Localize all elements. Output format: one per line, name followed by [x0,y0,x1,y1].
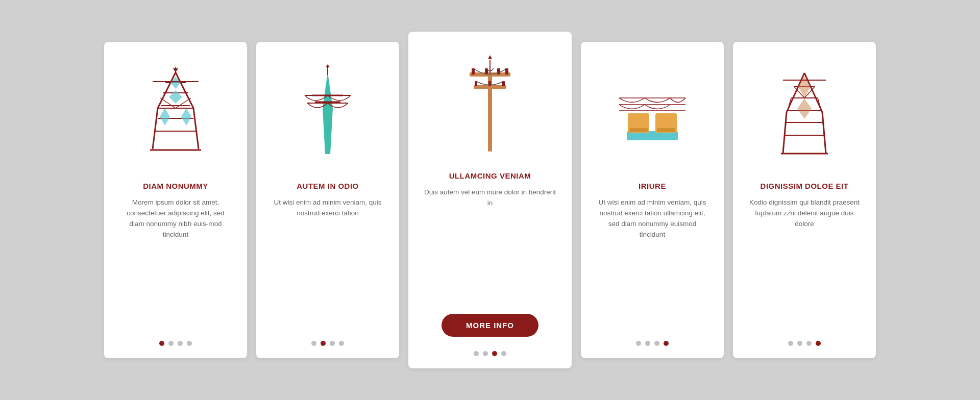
card-3-dots [474,351,506,356]
card-3-icon-area [423,47,557,159]
svg-line-2 [153,108,158,149]
card-3-text: Duis autem vel eum iriure dolor in hendr… [423,187,557,306]
card-5-text: Kodio dignissim qui blandit praesent lup… [747,197,862,331]
svg-rect-35 [488,81,491,86]
card-1-text: Morem ipsum dolor sit amet, consectetuer… [118,197,233,331]
dot-3-3[interactable] [492,351,497,356]
card-2-text: Ut wisi enim ad minim veniam, quis nostr… [271,197,385,331]
svg-rect-32 [497,68,500,74]
tower-small-icon [779,69,830,158]
card-2-icon-area [271,57,385,169]
dot-3-4[interactable] [501,351,506,356]
svg-rect-47 [657,128,675,132]
dot-1-1[interactable] [159,341,164,346]
card-4-text: Ut wisi enim ad minim veniam, quis nostr… [595,197,709,331]
dot-4-3[interactable] [654,341,659,346]
svg-rect-45 [657,115,675,120]
tower-tapered-icon [302,67,353,159]
dot-3-1[interactable] [474,351,479,356]
card-2-title: AUTEM IN ODIO [297,182,359,190]
card-3-title: ULLAMCING VENIAM [449,171,531,180]
svg-marker-67 [797,98,812,119]
svg-marker-20 [323,72,333,154]
utility-pole-icon [464,52,516,154]
dot-5-1[interactable] [788,341,793,346]
dot-3-2[interactable] [483,351,488,356]
dot-4-2[interactable] [645,341,650,346]
more-info-button[interactable]: MORE INFO [442,314,538,337]
svg-marker-12 [181,108,191,126]
card-1-icon-area [118,57,233,169]
svg-marker-66 [798,76,811,97]
dot-2-1[interactable] [311,341,316,346]
svg-rect-42 [629,121,648,127]
card-4-dots [636,341,669,346]
dot-5-4[interactable] [816,341,821,346]
svg-rect-41 [629,115,648,120]
svg-marker-38 [488,55,492,59]
card-1-title: DIAM NONUMMY [143,182,208,190]
svg-line-0 [158,72,176,108]
svg-line-1 [176,72,193,108]
card-3: ULLAMCING VENIAM Duis autem vel eum iriu… [408,32,572,368]
card-5-icon-area [747,57,862,169]
dot-4-1[interactable] [636,341,641,346]
svg-marker-7 [169,90,182,104]
card-5-dots [788,341,821,346]
card-2: AUTEM IN ODIO Ut wisi enim ad minim veni… [256,42,399,358]
dot-1-3[interactable] [178,341,183,346]
svg-marker-11 [160,108,170,126]
card-2-dots [311,341,344,346]
card-5-title: DIGNISSIM DOLOE EIT [761,182,849,190]
cards-container: DIAM NONUMMY Morem ipsum dolor sit amet,… [74,11,906,389]
dot-2-2[interactable] [321,341,326,346]
transformer-icon [617,70,688,157]
dot-4-4[interactable] [664,341,669,346]
dot-2-3[interactable] [330,341,335,346]
svg-rect-46 [657,121,675,127]
card-1-dots [159,341,192,346]
card-4-title: IRIURE [639,182,666,190]
svg-marker-26 [326,64,330,67]
card-5: DIGNISSIM DOLOE EIT Kodio dignissim qui … [733,42,876,358]
card-4-icon-area [595,57,709,169]
tower-lattice-icon [148,67,204,159]
svg-line-3 [193,108,199,149]
card-1: DIAM NONUMMY Morem ipsum dolor sit amet,… [104,42,247,358]
card-4: IRIURE Ut wisi enim ad minim veniam, qui… [581,42,724,358]
dot-2-4[interactable] [339,341,344,346]
dot-1-2[interactable] [168,341,174,346]
svg-rect-43 [629,128,648,132]
dot-5-3[interactable] [806,341,812,346]
dot-1-4[interactable] [187,341,192,346]
dot-5-2[interactable] [797,341,802,346]
